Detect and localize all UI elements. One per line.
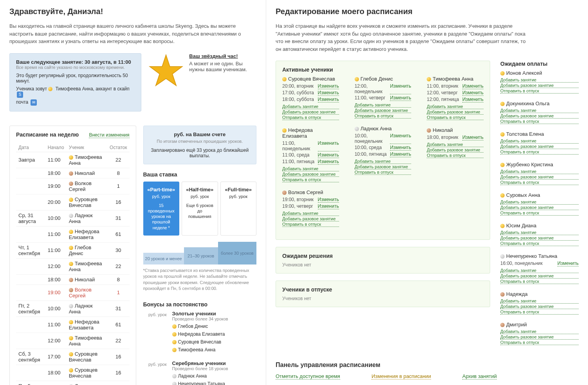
add-once-link[interactable]: Добавить разовое занятие bbox=[500, 205, 579, 210]
edit-time-link[interactable]: Изменить bbox=[462, 83, 483, 89]
add-once-link[interactable]: Добавить разовое занятие bbox=[500, 175, 579, 180]
schedule-row: 12:00Тимофеева Анна22 bbox=[16, 333, 130, 349]
edit-time-link[interactable]: Изменить bbox=[318, 140, 339, 151]
panel-link-archive[interactable]: Архив занятий bbox=[462, 373, 497, 380]
add-lesson-link[interactable]: Добавить занятие bbox=[500, 329, 579, 334]
vacation-link[interactable]: Отправить в отпуск bbox=[427, 115, 483, 120]
add-once-link[interactable]: Добавить разовое занятие bbox=[500, 236, 579, 241]
vacation-link[interactable]: Отправить в отпуск bbox=[500, 210, 579, 216]
panel-title: Панель управления расписанием bbox=[276, 362, 579, 369]
add-lesson-link[interactable]: Добавить занятие bbox=[500, 108, 579, 113]
greeting: Здравствуйте, Даниэла! bbox=[9, 7, 256, 16]
edit-time-link[interactable]: Изменить bbox=[390, 95, 411, 101]
panel-link-changes[interactable]: Изменения в расписании bbox=[372, 373, 431, 380]
star-block: Ваш звёздный час! А может и не один. Вы … bbox=[148, 53, 256, 119]
edit-time-link[interactable]: Изменить bbox=[318, 97, 339, 103]
vacation-link[interactable]: Отправить в отпуск bbox=[282, 177, 339, 182]
edit-time-link[interactable]: Изменить bbox=[318, 159, 339, 165]
edit-time-link[interactable]: Изменить bbox=[462, 97, 483, 103]
vacation-link[interactable]: Отправить в отпуск bbox=[500, 88, 579, 94]
mail-icon[interactable]: ✉ bbox=[31, 99, 37, 106]
add-once-link[interactable]: Добавить разовое занятие bbox=[427, 148, 483, 153]
vacation-card: Ученики в отпуске Учеников нет bbox=[276, 281, 490, 307]
add-lesson-link[interactable]: Добавить занятие bbox=[427, 142, 483, 147]
rate-card[interactable]: «Full-time»руб. урок bbox=[220, 182, 257, 236]
vacation-link[interactable]: Отправить в отпуск bbox=[500, 241, 579, 246]
skype-icon[interactable]: S bbox=[17, 92, 23, 98]
svg-marker-0 bbox=[150, 55, 182, 85]
add-once-link[interactable]: Добавить разовое занятие bbox=[500, 304, 579, 309]
edit-time-link[interactable]: Изменить bbox=[318, 83, 339, 89]
edit-time-link[interactable]: Изменить bbox=[462, 135, 483, 140]
add-lesson-link[interactable]: Добавить занятие bbox=[500, 169, 579, 174]
vacation-link[interactable]: Отправить в отпуск bbox=[500, 279, 579, 284]
add-lesson-link[interactable]: Добавить занятие bbox=[282, 166, 339, 171]
edit-time-link[interactable]: Изменить bbox=[318, 203, 339, 209]
edit-time-link[interactable]: Изменить bbox=[318, 90, 339, 96]
vacation-link[interactable]: Отправить в отпуск bbox=[500, 340, 579, 345]
add-lesson-link[interactable]: Добавить занятие bbox=[500, 77, 579, 83]
add-once-link[interactable]: Добавить разовое занятие bbox=[500, 144, 579, 149]
add-lesson-link[interactable]: Добавить занятие bbox=[355, 103, 411, 108]
edit-time-link[interactable]: Изменить bbox=[390, 151, 411, 157]
add-once-link[interactable]: Добавить разовое занятие bbox=[282, 172, 339, 177]
schedule-row: 18:00Суровцев Вячеслав16 bbox=[16, 365, 130, 381]
edit-time-link[interactable]: Изменить bbox=[390, 145, 411, 151]
add-lesson-link[interactable]: Добавить занятие bbox=[500, 200, 579, 205]
add-once-link[interactable]: Добавить разовое занятие bbox=[282, 110, 339, 115]
next-lesson-card: Ваше следующее занятие: 30 августа, в 11… bbox=[9, 53, 141, 112]
right-title: Редактирование моего расписания bbox=[276, 7, 579, 16]
add-once-link[interactable]: Добавить разовое занятие bbox=[355, 108, 411, 113]
schedule-row: Пт, 2 сентября10:00Ладнюк Анна31 bbox=[16, 300, 130, 317]
add-lesson-link[interactable]: Добавить занятие bbox=[282, 104, 339, 109]
student-block: Тимофеева Анна 11:00, вторникИзменить12:… bbox=[427, 76, 483, 120]
edit-time-link[interactable]: Изменить bbox=[318, 152, 339, 158]
add-once-link[interactable]: Добавить разовое занятие bbox=[282, 216, 339, 221]
student-block: Журбенко Кристина Добавить занятие Добав… bbox=[500, 162, 579, 185]
schedule-row: Завтра11:00Тимофеева Анна22 bbox=[16, 152, 130, 168]
intro-text: Вы находитесь на главной странице вашего… bbox=[9, 22, 256, 45]
bonus-title: Бонусы за постоянство bbox=[143, 301, 257, 308]
student-block: Толстова Елена Добавить занятие Добавить… bbox=[500, 131, 579, 155]
vacation-link[interactable]: Отправить в отпуск bbox=[282, 115, 339, 120]
student-dot-icon bbox=[48, 87, 52, 91]
schedule-edit-link[interactable]: Внести изменения bbox=[89, 132, 129, 138]
add-lesson-link[interactable]: Добавить занятие bbox=[500, 299, 579, 304]
rate-card[interactable]: «Part-time»руб. урок15 проведенных уроко… bbox=[143, 182, 180, 236]
active-students-card: Активные ученики Суровцев Вячеслав 20:00… bbox=[276, 61, 490, 240]
vacation-link[interactable]: Отправить в отпуск bbox=[500, 180, 579, 185]
student-block: Ионов Алексей Добавить занятие Добавить … bbox=[500, 70, 579, 94]
add-lesson-link[interactable]: Добавить занятие bbox=[500, 268, 579, 273]
add-lesson-link[interactable]: Добавить занятие bbox=[427, 104, 483, 109]
add-lesson-link[interactable]: Добавить занятие bbox=[282, 211, 339, 216]
add-once-link[interactable]: Добавить разовое занятие bbox=[500, 273, 579, 279]
edit-time-link[interactable]: Изменить bbox=[390, 83, 411, 94]
add-once-link[interactable]: Добавить разовое занятие bbox=[427, 110, 483, 115]
edit-time-link[interactable]: Изменить bbox=[557, 261, 579, 266]
schedule-row: 18:00Николай8 bbox=[16, 168, 130, 178]
add-lesson-link[interactable]: Добавить занятие bbox=[355, 159, 411, 164]
star-link[interactable]: Ваш звёздный час! bbox=[189, 53, 238, 59]
add-once-link[interactable]: Добавить разовое занятие bbox=[500, 335, 579, 340]
star-icon bbox=[148, 53, 184, 119]
add-lesson-link[interactable]: Добавить занятие bbox=[500, 230, 579, 235]
rate-card[interactable]: «Half-time»руб. урокЕще 6 уроков до повы… bbox=[182, 182, 218, 236]
schedule-row: 11:00Нефедова Елизавета61 bbox=[16, 317, 130, 333]
add-once-link[interactable]: Добавить разовое занятие bbox=[355, 164, 411, 169]
vacation-link[interactable]: Отправить в отпуск bbox=[355, 113, 411, 119]
edit-time-link[interactable]: Изменить bbox=[390, 133, 411, 144]
vacation-link[interactable]: Отправить в отпуск bbox=[282, 222, 339, 227]
vacation-link[interactable]: Отправить в отпуск bbox=[355, 170, 411, 175]
vacation-link[interactable]: Отправить в отпуск bbox=[500, 309, 579, 315]
schedule-title: Расписание на неделю bbox=[16, 131, 79, 138]
panel-link-available[interactable]: Отметить доступное время bbox=[276, 373, 340, 380]
edit-time-link[interactable]: Изменить bbox=[318, 197, 339, 203]
add-lesson-link[interactable]: Добавить занятие bbox=[500, 139, 579, 144]
vacation-link[interactable]: Отправить в отпуск bbox=[500, 119, 579, 124]
vacation-link[interactable]: Отправить в отпуск bbox=[500, 149, 579, 155]
schedule-row: 20:00Суровцев Вячеслав16 bbox=[16, 194, 130, 210]
add-once-link[interactable]: Добавить разовое занятие bbox=[500, 113, 579, 119]
add-once-link[interactable]: Добавить разовое занятие bbox=[500, 83, 579, 88]
vacation-link[interactable]: Отправить в отпуск bbox=[427, 153, 483, 158]
edit-time-link[interactable]: Изменить bbox=[462, 90, 483, 96]
